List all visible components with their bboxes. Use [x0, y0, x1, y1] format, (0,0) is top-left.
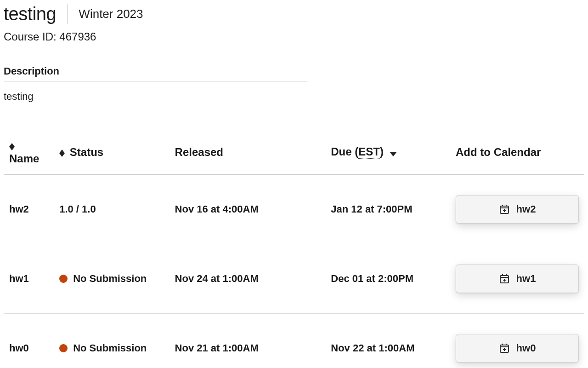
assignment-name[interactable]: hw0: [4, 314, 54, 368]
timezone-label: EST: [358, 145, 380, 159]
course-id: Course ID: 467936: [4, 30, 584, 43]
calendar-cell: hw1: [450, 244, 584, 314]
course-term: Winter 2023: [79, 7, 143, 21]
calendar-cell: hw2: [450, 175, 584, 244]
calendar-cell: hw0: [450, 314, 584, 368]
calendar-button-label: hw2: [516, 203, 536, 215]
chevron-down-icon: [390, 146, 397, 159]
assignment-name[interactable]: hw2: [4, 175, 54, 244]
status-text: 1.0 / 1.0: [59, 203, 96, 215]
released-date: Nov 16 at 4:00AM: [170, 175, 326, 244]
table-row: hw1No SubmissionNov 24 at 1:00AMDec 01 a…: [4, 244, 584, 314]
sort-icon: [59, 150, 65, 157]
svg-marker-2: [59, 150, 65, 153]
assignment-status: No Submission: [54, 314, 169, 368]
assignment-status: No Submission: [54, 244, 169, 314]
column-header-due[interactable]: Due (EST): [325, 136, 450, 175]
svg-marker-1: [9, 147, 15, 150]
assignment-name[interactable]: hw1: [4, 244, 54, 314]
status-text: No Submission: [73, 342, 147, 354]
calendar-button-label: hw0: [516, 342, 536, 354]
add-to-calendar-button[interactable]: hw1: [456, 264, 579, 293]
column-header-name[interactable]: Name: [4, 136, 54, 175]
calendar-add-icon: [499, 273, 510, 284]
description-text: testing: [4, 91, 584, 103]
status-dot-icon: [59, 344, 68, 352]
table-row: hw0No SubmissionNov 21 at 1:00AMNov 22 a…: [4, 314, 584, 368]
status-dot-icon: [59, 275, 68, 283]
course-title: testing: [4, 4, 68, 24]
svg-marker-0: [9, 143, 15, 147]
calendar-add-icon: [499, 343, 510, 354]
svg-marker-4: [390, 152, 397, 156]
add-to-calendar-button[interactable]: hw2: [456, 195, 579, 224]
calendar-add-icon: [499, 204, 510, 215]
add-to-calendar-button[interactable]: hw0: [456, 334, 579, 362]
table-row: hw21.0 / 1.0Nov 16 at 4:00AMJan 12 at 7:…: [4, 175, 584, 244]
column-header-status-text: Status: [70, 146, 103, 158]
svg-marker-3: [59, 153, 65, 157]
due-date: Dec 01 at 2:00PM: [325, 244, 450, 314]
column-header-name-text: Name: [9, 152, 39, 165]
due-date: Jan 12 at 7:00PM: [325, 175, 450, 244]
column-header-released: Released: [170, 136, 326, 175]
due-date: Nov 22 at 1:00AM: [325, 314, 450, 368]
calendar-button-label: hw1: [516, 273, 536, 285]
released-date: Nov 21 at 1:00AM: [170, 314, 326, 368]
status-text: No Submission: [73, 273, 147, 285]
column-header-status[interactable]: Status: [54, 136, 169, 175]
description-label: Description: [4, 65, 307, 81]
column-header-calendar: Add to Calendar: [450, 136, 584, 175]
sort-icon: [9, 143, 15, 150]
released-date: Nov 24 at 1:00AM: [170, 244, 326, 314]
assignments-table: Name Status Released Due (EST) Add to Ca…: [4, 136, 584, 368]
assignment-status: 1.0 / 1.0: [54, 175, 169, 244]
